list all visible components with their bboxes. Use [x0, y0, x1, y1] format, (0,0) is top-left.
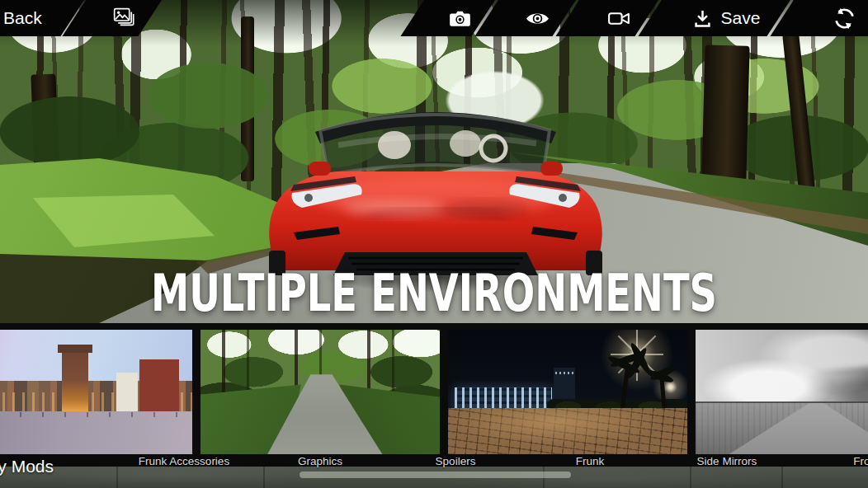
- camera-icon: [448, 7, 472, 30]
- tab-frunk[interactable]: Frunk: [516, 455, 664, 467]
- tab-spoilers[interactable]: Spoilers: [381, 455, 530, 467]
- tab-side-mirrors[interactable]: Side Mirrors: [653, 455, 801, 467]
- rotate-icon: [832, 6, 857, 31]
- pedestrian-silhouettes: [0, 412, 192, 417]
- plaza-ground: [0, 411, 192, 454]
- video-camera-icon: [606, 6, 632, 31]
- column-divider: [116, 467, 118, 488]
- red-brick-building: [139, 359, 179, 411]
- app-screen: MULTIPLE ENVIRONMENTS: [0, 0, 868, 488]
- tab-frunk-accessories[interactable]: Frunk Accessories: [110, 455, 258, 467]
- photo-gallery-icon: [113, 7, 135, 30]
- save-button-label: Save: [721, 0, 761, 36]
- environment-thumbnail-strip: [0, 323, 868, 454]
- environment-thumbnail-forest-road[interactable]: [200, 330, 440, 454]
- eye-icon: [525, 6, 550, 31]
- white-building: [116, 373, 138, 411]
- back-button-label: Back: [3, 0, 42, 36]
- brick-pavement: [448, 408, 687, 454]
- tab-body-mods-selected[interactable]: Body Mods: [0, 457, 54, 476]
- download-icon: [692, 8, 713, 29]
- horizon-line: [696, 401, 868, 403]
- column-divider: [781, 467, 783, 488]
- environment-thumbnail-night-city[interactable]: [448, 330, 687, 454]
- tab-front[interactable]: Front: [792, 455, 868, 467]
- top-toolbar: Back: [0, 0, 868, 37]
- tab-graphics[interactable]: Graphics: [246, 455, 394, 467]
- column-divider: [263, 467, 265, 488]
- environment-thumbnail-desert-bw[interactable]: [696, 330, 868, 454]
- environment-thumbnail-city-dusk[interactable]: [0, 330, 192, 454]
- save-button[interactable]: Save: [638, 0, 790, 36]
- horizontal-scrollbar[interactable]: [300, 472, 571, 478]
- headline-text: MULTIPLE ENVIRONMENTS: [61, 265, 808, 321]
- column-divider: [690, 467, 691, 488]
- belfry-tower: [62, 350, 88, 411]
- car-model-tesla[interactable]: [269, 92, 602, 275]
